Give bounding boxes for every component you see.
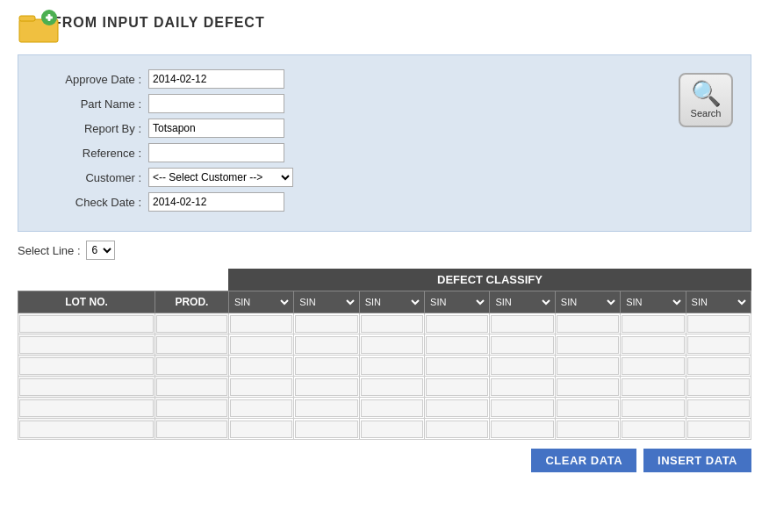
defect-input[interactable] (295, 378, 357, 396)
defect-input[interactable] (687, 336, 750, 354)
defect-input[interactable] (230, 399, 292, 417)
prod-input[interactable] (156, 357, 227, 375)
defect-input[interactable] (557, 421, 619, 438)
defect-input[interactable] (426, 336, 488, 354)
defect-input[interactable] (491, 399, 553, 417)
defect-input[interactable] (295, 336, 357, 354)
search-icon: 🔍 (691, 82, 722, 106)
lot-input[interactable] (19, 336, 154, 354)
defect-input[interactable] (426, 421, 488, 438)
lot-input[interactable] (19, 315, 154, 333)
defect-input[interactable] (295, 399, 357, 417)
defect-input[interactable] (426, 399, 488, 417)
approve-date-input[interactable] (148, 69, 284, 89)
prod-input[interactable] (156, 399, 227, 417)
defect-input[interactable] (687, 421, 750, 438)
report-by-input[interactable] (148, 119, 284, 138)
prod-input[interactable] (156, 421, 227, 438)
defect-input[interactable] (361, 421, 423, 438)
defect-input[interactable] (426, 378, 488, 396)
defect-input[interactable] (491, 357, 553, 375)
defect-input[interactable] (295, 357, 357, 375)
sin-select-7[interactable]: SINABC (622, 296, 683, 308)
prod-cell (155, 313, 228, 334)
defect-input[interactable] (491, 378, 553, 396)
defect-input[interactable] (491, 421, 553, 438)
defect-input[interactable] (230, 315, 292, 333)
search-button[interactable]: 🔍 Search (679, 73, 733, 127)
defect-input[interactable] (230, 357, 292, 375)
defect-input[interactable] (622, 315, 684, 333)
defect-input[interactable] (687, 399, 750, 417)
lot-input[interactable] (19, 378, 154, 396)
data-cell (228, 419, 293, 440)
defect-input[interactable] (361, 315, 423, 333)
defect-classify-header: DEFECT CLASSIFY (228, 269, 751, 291)
defect-input[interactable] (361, 399, 423, 417)
lot-input[interactable] (19, 421, 154, 438)
defect-input[interactable] (622, 336, 684, 354)
defect-input[interactable] (557, 357, 619, 375)
clear-data-button[interactable]: CLEAR DATA (531, 449, 636, 472)
defect-input[interactable] (557, 336, 619, 354)
defect-input[interactable] (230, 378, 292, 396)
sin-select-1[interactable]: SINABC (231, 296, 291, 308)
defect-input[interactable] (687, 357, 750, 375)
table-row (18, 313, 751, 334)
defect-input[interactable] (622, 357, 684, 375)
reference-input[interactable] (148, 143, 284, 162)
defect-input[interactable] (230, 421, 292, 438)
data-cell (555, 377, 620, 398)
insert-data-button[interactable]: INSERT DATA (643, 449, 751, 472)
part-name-input[interactable] (148, 94, 284, 113)
sin-select-6[interactable]: SINABC (557, 296, 618, 308)
approve-date-row: Approve Date : (36, 69, 652, 89)
sin-select-5[interactable]: SINABC (492, 296, 552, 308)
customer-select[interactable]: <-- Select Customer --> (148, 168, 293, 187)
sin-select-3[interactable]: SINABC (362, 296, 422, 308)
prod-cell (155, 356, 228, 377)
prod-input[interactable] (156, 315, 227, 333)
data-cell (621, 334, 686, 356)
defect-input[interactable] (361, 336, 423, 354)
prod-input[interactable] (156, 378, 227, 396)
data-cell (686, 356, 751, 377)
data-cell (294, 356, 359, 377)
page-title: FROM INPUT DAILY DEFECT (53, 15, 265, 31)
table-row (18, 419, 751, 440)
select-line-select[interactable]: 6 1 2 3 4 5 7 8 (86, 241, 115, 260)
approve-date-label: Approve Date : (36, 73, 141, 86)
defect-input[interactable] (361, 357, 423, 375)
defect-input[interactable] (557, 315, 619, 333)
defect-input[interactable] (491, 315, 553, 333)
lot-input[interactable] (19, 357, 154, 375)
defect-input[interactable] (622, 399, 684, 417)
defect-input[interactable] (426, 357, 488, 375)
reference-label: Reference : (36, 147, 141, 160)
data-cell (490, 377, 555, 398)
data-cell (425, 313, 490, 334)
prod-input[interactable] (156, 336, 227, 354)
defect-input[interactable] (622, 378, 684, 396)
select-line-label: Select Line : (18, 244, 81, 257)
lot-input[interactable] (19, 399, 154, 417)
defect-input[interactable] (687, 378, 750, 396)
check-date-input[interactable] (148, 192, 284, 212)
defect-input[interactable] (687, 315, 750, 333)
sin-select-2[interactable]: SINABC (296, 296, 356, 308)
defect-input[interactable] (622, 421, 684, 438)
sin-select-4[interactable]: SINABC (427, 296, 487, 308)
defect-input[interactable] (491, 336, 553, 354)
data-cell (555, 398, 620, 419)
button-row: CLEAR DATA INSERT DATA (18, 449, 751, 472)
sin-select-8[interactable]: SINABC (688, 296, 749, 308)
defect-input[interactable] (426, 315, 488, 333)
data-cell (228, 334, 293, 356)
data-cell (359, 356, 424, 377)
defect-input[interactable] (295, 421, 357, 438)
defect-input[interactable] (230, 336, 292, 354)
defect-input[interactable] (295, 315, 357, 333)
defect-input[interactable] (361, 378, 423, 396)
defect-input[interactable] (557, 399, 619, 417)
defect-input[interactable] (557, 378, 619, 396)
